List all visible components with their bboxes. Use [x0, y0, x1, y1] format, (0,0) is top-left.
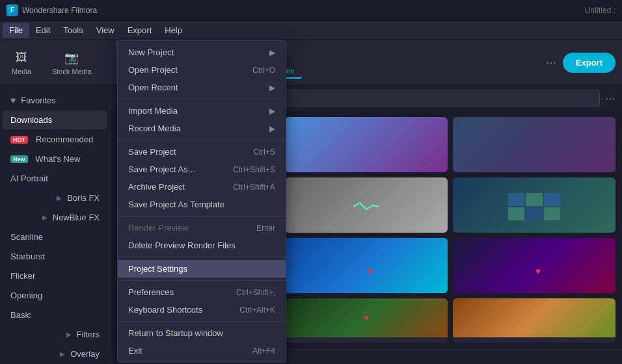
menu-import-media[interactable]: Import Media ▶	[118, 102, 286, 120]
sidebar-item-newblue-fx[interactable]: ▶ NewBlue FX	[3, 208, 107, 227]
menu-exit-label: Exit	[128, 346, 142, 356]
arrow-icon: ▶	[269, 124, 275, 133]
menu-import-media-label: Import Media	[128, 106, 178, 116]
sidebar-item-label: Overlay	[70, 349, 100, 359]
menu-open-project[interactable]: Open Project Ctrl+O	[118, 61, 286, 79]
menu-save-project-as[interactable]: Save Project As... Ctrl+Shift+S	[118, 161, 286, 178]
menu-record-media-label: Record Media	[128, 124, 181, 133]
menu-delete-preview[interactable]: Delete Preview Render Files	[118, 237, 286, 254]
menu-new-project[interactable]: New Project ▶	[118, 44, 286, 61]
titlebar: F Wondershare Filmora Untitled :	[0, 0, 622, 21]
export-button[interactable]: Export	[563, 53, 615, 73]
sidebar-item-flicker[interactable]: Flicker	[3, 266, 107, 285]
sidebar-item-label: What's New	[36, 154, 81, 164]
chevron-right-icon: ▶	[42, 214, 47, 221]
menu-open-project-label: Open Project	[128, 65, 178, 75]
sidebar-item-recommended[interactable]: HOT Recommended	[3, 130, 107, 149]
grid-view-icon[interactable]: ⋯	[605, 92, 615, 105]
menu-render-preview-label: Render Preview	[128, 223, 189, 233]
sidebar-item-label: Downloads	[10, 115, 52, 125]
sidebar-item-ai-portrait[interactable]: AI Portrait	[3, 169, 107, 188]
app-logo-icon: F	[7, 5, 18, 16]
favorite-icon: ♥	[368, 266, 373, 276]
menu-return-startup[interactable]: Return to Startup window	[118, 324, 286, 342]
menu-help[interactable]: Help	[158, 23, 189, 38]
menu-open-recent[interactable]: Open Recent ▶	[118, 79, 286, 96]
menu-open-recent-label: Open Recent	[128, 83, 178, 92]
sidebar-item-label: Boris FX	[67, 193, 100, 203]
sidebar-item-favorites[interactable]: ♥ Favorites	[3, 90, 107, 110]
window-title: Untitled :	[585, 6, 615, 15]
sidebar-item-overlay[interactable]: ▶ Overlay	[3, 344, 107, 363]
video-thumbnail	[453, 177, 615, 233]
menu-record-media[interactable]: Record Media ▶	[118, 120, 286, 137]
video-card[interactable]: Mosaic	[453, 117, 615, 172]
dots-icon[interactable]: ⋯	[546, 57, 556, 69]
stock-media-label: Stock Media	[52, 68, 92, 75]
sidebar-item-whats-new[interactable]: New What's New	[3, 150, 107, 168]
media-icon: 🖼	[14, 51, 29, 65]
toolbar-stock-media-btn[interactable]: 📷 Stock Media	[47, 48, 97, 78]
menu-delete-preview-label: Delete Preview Render Files	[128, 240, 236, 250]
arrow-icon: ▶	[269, 83, 275, 92]
menu-preferences[interactable]: Preferences Ctrl+Shift+,	[118, 283, 286, 301]
sidebar-item-label: Filters	[77, 330, 100, 339]
menu-separator	[118, 140, 286, 140]
video-card[interactable]: ♥	[285, 298, 448, 343]
video-card[interactable]	[453, 298, 615, 343]
menu-keyboard-shortcuts-label: Keyboard Shortcuts	[128, 305, 202, 315]
menu-save-as-template-label: Save Project As Template	[128, 200, 224, 209]
menu-view[interactable]: View	[90, 23, 121, 38]
menu-archive-project-label: Archive Project	[128, 182, 185, 192]
arrow-icon: ▶	[269, 107, 275, 116]
menu-edit[interactable]: Edit	[29, 23, 57, 38]
video-card[interactable]: TVwall	[453, 177, 615, 233]
menu-save-project[interactable]: Save Project Ctrl+S	[118, 143, 286, 161]
video-thumbnail	[453, 117, 615, 172]
sidebar-item-scanline[interactable]: Scanline	[3, 228, 107, 246]
menu-file[interactable]: File	[3, 23, 29, 38]
menu-save-as-template[interactable]: Save Project As Template	[118, 196, 286, 213]
arrow-icon: ▶	[269, 48, 275, 57]
menu-separator	[118, 99, 286, 99]
video-thumbnail: ♥	[285, 298, 448, 337]
video-thumbnail	[285, 177, 448, 233]
menu-export[interactable]: Export	[121, 23, 159, 38]
chevron-right-icon: ▶	[66, 331, 72, 338]
new-badge: New	[10, 155, 28, 163]
menu-separator	[118, 257, 286, 257]
app-name: Wondershare Filmora	[22, 6, 97, 15]
video-card[interactable]: Sideways 1	[285, 177, 448, 233]
save-project-as-shortcut: Ctrl+Shift+S	[233, 165, 275, 174]
video-card[interactable]: ♥ Cool Cinematic Effect Pa...	[285, 238, 448, 293]
sidebar-item-label: Recommended	[36, 135, 93, 144]
video-card[interactable]: Mosaic	[285, 117, 448, 172]
menu-save-project-as-label: Save Project As...	[128, 164, 195, 174]
sidebar-item-filters[interactable]: ▶ Filters	[3, 325, 107, 344]
sidebar-item-basic[interactable]: Basic	[3, 306, 107, 324]
menu-tools[interactable]: Tools	[57, 23, 89, 38]
toolbar-left: 🖼 Media 📷 Stock Media	[7, 40, 117, 85]
sidebar-section: ♥ Favorites Downloads HOT Recommended Ne…	[0, 86, 110, 364]
sidebar-item-boris-fx[interactable]: ▶ Boris FX	[3, 188, 107, 207]
sidebar-item-starburst[interactable]: Starburst	[3, 247, 107, 266]
sidebar-item-label: Basic	[10, 310, 31, 320]
menu-archive-project[interactable]: Archive Project Ctrl+Shift+A	[118, 178, 286, 196]
sidebar-item-downloads[interactable]: Downloads	[3, 110, 107, 129]
sidebar: ♥ Favorites Downloads HOT Recommended Ne…	[0, 86, 111, 364]
menu-separator	[118, 280, 286, 281]
menu-project-settings[interactable]: Project Settings	[118, 260, 286, 278]
menu-keyboard-shortcuts[interactable]: Keyboard Shortcuts Ctrl+Alt+K	[118, 301, 286, 318]
sidebar-item-label: AI Portrait	[10, 174, 48, 183]
video-label	[285, 337, 448, 343]
sidebar-item-opening[interactable]: Opening	[3, 286, 107, 305]
sidebar-item-label: Opening	[10, 291, 42, 300]
sidebar-item-label: NewBlue FX	[53, 213, 100, 222]
sidebar-item-label: Scanline	[10, 232, 43, 242]
archive-project-shortcut: Ctrl+Shift+A	[233, 183, 275, 192]
video-card[interactable]: ♥ Digital Glitch Effect Over_	[453, 238, 615, 293]
toolbar: 🖼 Media 📷 Stock Media ✦ Elements ⊞ Split…	[0, 40, 622, 86]
toolbar-media-btn[interactable]: 🖼 Media	[7, 48, 36, 78]
chevron-right-icon: ▶	[60, 350, 65, 358]
menu-exit[interactable]: Exit Alt+F4	[118, 342, 286, 359]
